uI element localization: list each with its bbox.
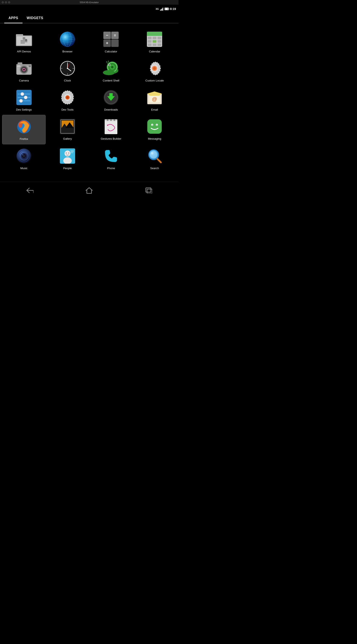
svg-line-62 xyxy=(107,62,108,64)
svg-point-54 xyxy=(67,68,68,69)
app-search[interactable]: Search xyxy=(133,144,176,174)
calendar-svg xyxy=(147,32,162,47)
svg-rect-32 xyxy=(152,44,156,46)
svg-rect-3 xyxy=(23,37,25,40)
app-api-demos[interactable]: API Demos xyxy=(2,28,46,57)
minimize-dot[interactable] xyxy=(5,1,7,4)
calendar-label: Calendar xyxy=(149,50,160,54)
svg-point-75 xyxy=(24,96,28,99)
svg-rect-119 xyxy=(70,150,74,151)
email-icon-img: @ xyxy=(146,89,163,106)
api-demos-icon xyxy=(16,31,32,48)
home-icon xyxy=(86,187,93,194)
signal-icon xyxy=(160,7,163,10)
music-icon-img xyxy=(16,148,32,164)
app-firefox[interactable]: Firefox xyxy=(2,115,46,144)
app-music[interactable]: Music xyxy=(2,144,46,174)
app-calendar[interactable]: Calendar xyxy=(133,28,176,57)
svg-point-125 xyxy=(151,152,154,154)
downloads-icon-img xyxy=(102,89,120,106)
svg-point-123 xyxy=(150,151,158,158)
messaging-svg xyxy=(147,119,162,134)
svg-rect-120 xyxy=(70,152,74,152)
signal-bar-1 xyxy=(160,10,161,10)
messaging-icon-img xyxy=(146,118,163,135)
svg-point-76 xyxy=(19,99,23,102)
svg-text:@: @ xyxy=(152,96,157,102)
gallery-label: Gallery xyxy=(63,137,72,141)
svg-point-74 xyxy=(20,92,24,96)
svg-rect-36 xyxy=(18,62,22,65)
app-calculator[interactable]: − = + Calculator xyxy=(89,28,133,57)
app-gallery[interactable]: Gallery xyxy=(46,115,89,144)
dev-settings-icon-img xyxy=(16,89,32,106)
custom-locale-icon-img xyxy=(146,60,163,77)
app-dev-tools[interactable]: Dev Tools xyxy=(46,86,89,115)
camera-svg xyxy=(16,62,32,75)
browser-label: Browser xyxy=(62,50,72,54)
dev-tools-icon-img xyxy=(59,89,76,106)
download-svg xyxy=(103,90,119,105)
svg-point-69 xyxy=(153,67,156,70)
app-messaging[interactable]: Messaging xyxy=(133,115,176,144)
people-svg xyxy=(60,148,75,164)
svg-point-118 xyxy=(68,152,69,154)
status-bar: 3G 8:19 xyxy=(0,5,178,13)
app-content-shell[interactable]: Content Shell xyxy=(89,57,133,86)
api-demos-label: API Demos xyxy=(17,50,31,54)
svg-rect-5 xyxy=(20,42,28,42)
app-camera[interactable]: Camera xyxy=(2,57,46,86)
svg-rect-95 xyxy=(105,119,117,134)
app-gestures-builder[interactable]: Gestures Builder xyxy=(89,115,133,144)
close-dot[interactable] xyxy=(2,1,4,4)
content-shell-label: Content Shell xyxy=(103,79,119,82)
network-type: 3G xyxy=(156,8,159,10)
svg-rect-29 xyxy=(152,40,156,43)
search-icon-img xyxy=(146,148,163,164)
app-downloads[interactable]: Downloads xyxy=(89,86,133,115)
email-label: Email xyxy=(151,108,158,112)
app-email[interactable]: @ Email xyxy=(133,86,176,115)
gestures-icon-img xyxy=(102,118,120,135)
title-bar: 5554:N5-Emulator xyxy=(0,0,178,5)
calculator-label: Calculator xyxy=(105,50,117,54)
tab-widgets[interactable]: WIDGETS xyxy=(22,13,48,23)
svg-rect-44 xyxy=(17,66,20,67)
svg-rect-126 xyxy=(146,188,151,192)
gallery-svg xyxy=(60,119,75,134)
app-browser[interactable]: Browser xyxy=(46,28,89,57)
tab-apps[interactable]: APPS xyxy=(4,13,22,23)
svg-line-64 xyxy=(108,61,109,63)
phone-label: Phone xyxy=(107,166,115,170)
svg-rect-94 xyxy=(62,128,74,132)
home-button[interactable] xyxy=(83,184,96,197)
svg-point-115 xyxy=(64,150,70,156)
gestures-builder-label: Gestures Builder xyxy=(101,137,122,141)
svg-rect-26 xyxy=(152,37,156,39)
app-dev-settings[interactable]: Dev Settings xyxy=(2,86,46,115)
maximize-dot[interactable] xyxy=(8,1,10,4)
app-clock[interactable]: Clock xyxy=(46,57,89,86)
phone-svg xyxy=(103,148,119,164)
gear-orange-svg xyxy=(147,61,162,76)
svg-line-124 xyxy=(158,159,161,162)
recents-button[interactable] xyxy=(142,184,155,197)
people-label: People xyxy=(63,166,72,170)
svg-point-63 xyxy=(106,61,107,62)
content-shell-icon-img xyxy=(102,60,120,77)
app-custom-locale[interactable]: Custom Locale xyxy=(133,57,176,86)
back-button[interactable] xyxy=(23,184,36,197)
svg-point-66 xyxy=(103,70,115,75)
signal-bar-2 xyxy=(161,9,162,10)
search-svg xyxy=(147,148,162,164)
browser-icon xyxy=(59,31,76,48)
app-people[interactable]: People xyxy=(46,144,89,174)
svg-point-99 xyxy=(114,119,115,121)
battery-fill xyxy=(165,8,168,10)
svg-rect-24 xyxy=(147,35,162,36)
svg-rect-28 xyxy=(148,40,152,43)
gallery-icon-img xyxy=(59,118,76,135)
calculator-icon: − = + xyxy=(102,31,120,48)
app-phone[interactable]: Phone xyxy=(89,144,133,174)
svg-rect-30 xyxy=(158,40,161,43)
